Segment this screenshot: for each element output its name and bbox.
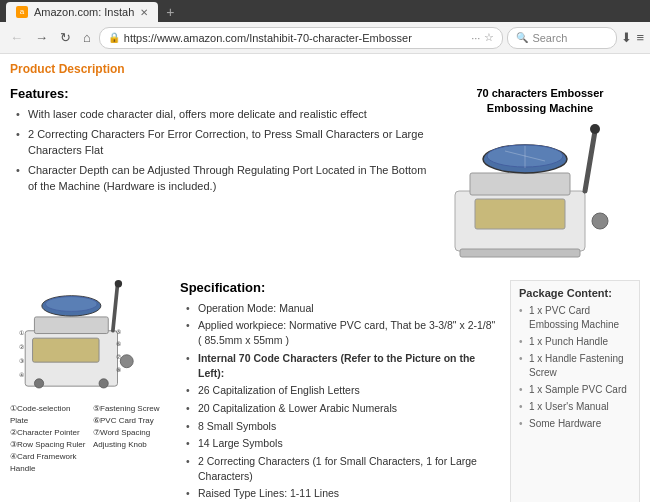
svg-line-6 [585,131,595,191]
specs-list: Operation Mode: Manual Applied workpiece… [180,301,500,501]
tab-close-button[interactable]: ✕ [140,7,148,18]
diagram-label-1: ①Code-selection Plate [10,403,87,427]
svg-rect-8 [475,199,565,229]
bottom-section: ① ② ③ ④ ⑤ ⑥ ⑦ ⑧ ①Code-selection Plate ②C… [10,280,640,502]
feature-item-3: Character Depth can be Adjusted Through … [16,163,430,194]
forward-button[interactable]: → [31,28,52,47]
home-button[interactable]: ⌂ [79,28,95,47]
svg-rect-10 [460,249,580,257]
svg-line-15 [113,284,118,330]
svg-rect-12 [34,317,108,334]
bookmark-icon[interactable]: ☆ [484,31,494,44]
new-tab-button[interactable]: + [160,4,180,20]
svg-text:③: ③ [19,357,24,364]
features-list: With laser code character dial, offers m… [10,107,430,194]
svg-point-14 [46,296,98,311]
top-section: Features: With laser code character dial… [10,86,640,264]
svg-text:⑥: ⑥ [116,340,121,347]
ssl-icon: 🔒 [108,32,120,43]
overflow-dots: ··· [471,32,480,44]
package-item-4: 1 x User's Manual [519,400,631,414]
svg-rect-17 [33,338,99,362]
url-text: https://www.amazon.com/Instahibit-70-cha… [124,32,467,44]
package-title: Package Content: [519,287,631,299]
features-block: Features: With laser code character dial… [10,86,440,264]
diagram-label-3: ③Row Spacing Ruler [10,439,87,451]
spec-item-5: 8 Small Symbols [186,419,500,434]
svg-rect-1 [470,173,570,195]
package-item-3: 1 x Sample PVC Card [519,383,631,397]
menu-button[interactable]: ≡ [636,30,644,45]
feature-item-2: 2 Correcting Characters For Error Correc… [16,127,430,158]
package-item-2: 1 x Handle Fastening Screw [519,352,631,380]
svg-text:④: ④ [19,371,24,378]
specs-block: Specification: Operation Mode: Manual Ap… [180,280,500,502]
active-tab[interactable]: a Amazon.com: Instah ✕ [6,2,158,22]
spec-item-1: Applied workpiece: Normative PVC card, T… [186,318,500,347]
machine-diagram: ① ② ③ ④ ⑤ ⑥ ⑦ ⑧ ①Code-selection Plate ②C… [10,280,170,502]
search-icon: 🔍 [516,32,528,43]
search-box[interactable]: 🔍 Search [507,27,617,49]
download-button[interactable]: ⬇ [621,30,632,45]
diagram-label-6: ⑥PVC Card Tray [93,415,170,427]
machine-diagram-svg: ① ② ③ ④ ⑤ ⑥ ⑦ ⑧ [10,280,165,400]
svg-text:①: ① [19,329,24,336]
svg-text:⑧: ⑧ [116,366,121,373]
product-image-svg [445,121,635,261]
package-item-1: 1 x Punch Handle [519,335,631,349]
feature-item-1: With laser code character dial, offers m… [16,107,430,122]
spec-item-8: Raised Type Lines: 1-11 Lines [186,486,500,501]
amazon-favicon: a [16,6,28,18]
diagram-labels-left: ①Code-selection Plate ②Character Pointer… [10,403,87,475]
nav-bar: ← → ↻ ⌂ 🔒 https://www.amazon.com/Instahi… [0,22,650,54]
package-list: 1 x PVC Card Embossing Machine 1 x Punch… [519,304,631,431]
page-content: Product Description Features: With laser… [0,54,650,502]
package-block: Package Content: 1 x PVC Card Embossing … [510,280,640,502]
spec-item-6: 14 Large Symbols [186,436,500,451]
diagram-label-2: ②Character Pointer [10,427,87,439]
tab-bar: a Amazon.com: Instah ✕ + [0,0,650,22]
diagram-label-5: ⑤Fastening Screw [93,403,170,415]
svg-point-16 [115,280,122,287]
diagram-labels-right: ⑤Fastening Screw ⑥PVC Card Tray ⑦Word Sp… [93,403,170,475]
svg-text:⑤: ⑤ [116,327,121,334]
svg-point-18 [120,355,133,368]
spec-item-4: 20 Capitalization & Lower Arabic Numeral… [186,401,500,416]
svg-point-20 [99,379,108,388]
package-item-5: Some Hardware [519,417,631,431]
svg-text:②: ② [19,343,24,350]
product-description-heading: Product Description [10,62,640,76]
diagram-label-7: ⑦Word Spacing Adjusting Knob [93,427,170,451]
spec-item-2: Internal 70 Code Characters (Refer to th… [186,351,500,380]
spec-item-3: 26 Capitalization of English Letters [186,383,500,398]
diagram-label-4: ④Card Framework Handle [10,451,87,475]
svg-text:⑦: ⑦ [116,353,121,360]
features-title: Features: [10,86,430,101]
diagram-labels: ①Code-selection Plate ②Character Pointer… [10,403,170,475]
svg-point-19 [34,379,43,388]
product-image-title: 70 characters Embosser Embossing Machine [440,86,640,117]
address-bar[interactable]: 🔒 https://www.amazon.com/Instahibit-70-c… [99,27,504,49]
spec-item-0: Operation Mode: Manual [186,301,500,316]
svg-point-7 [590,124,600,134]
tab-label: Amazon.com: Instah [34,6,134,18]
refresh-button[interactable]: ↻ [56,28,75,47]
search-placeholder: Search [532,32,567,44]
spec-item-7: 2 Correcting Characters (1 for Small Cha… [186,454,500,483]
svg-point-9 [592,213,608,229]
package-item-0: 1 x PVC Card Embossing Machine [519,304,631,332]
back-button[interactable]: ← [6,28,27,47]
specs-title: Specification: [180,280,500,295]
product-image-top: 70 characters Embosser Embossing Machine [440,86,640,264]
